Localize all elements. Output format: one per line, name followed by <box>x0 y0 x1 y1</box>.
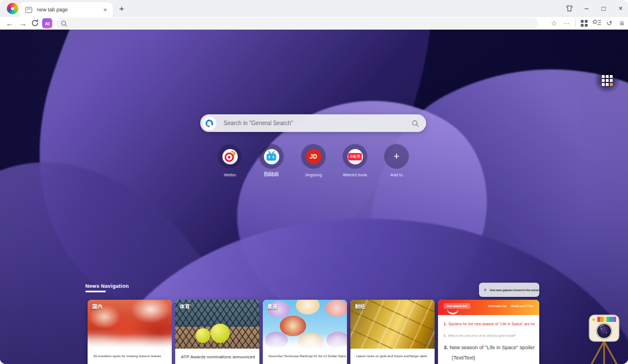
hot-list-header: Hot search list Information list Media a… <box>438 300 539 315</box>
camera-widget-icon[interactable] <box>581 314 628 364</box>
tab-close-icon[interactable]: × <box>104 6 107 13</box>
hot-list-card[interactable]: Hot search list Information list Media a… <box>438 300 539 364</box>
decor <box>88 334 172 349</box>
quicklink-littlered-book[interactable]: 小红书 littlered book <box>342 144 367 169</box>
rank-number: 1. <box>444 322 447 326</box>
tab-bar: new tab page × + – □ × <box>0 0 628 17</box>
news-card-tag: 体育 <box>180 303 190 311</box>
news-card-caption: ATP Awards nominations announced <box>175 349 259 359</box>
tab-media-tv-list[interactable]: Media and TV list <box>511 304 533 308</box>
close-button[interactable]: × <box>617 5 625 13</box>
hot-item-extra: (Text/Text) <box>452 355 476 361</box>
quicklink-jingdong[interactable]: JD Jingdong <box>301 144 326 169</box>
minimize-button[interactable]: – <box>582 5 590 13</box>
new-tab-page: Weibo Bilibili JD Jingdong 小红书 littlered… <box>0 30 628 364</box>
decor <box>196 328 210 343</box>
rank-number: 3. <box>444 345 448 350</box>
quicklink-add[interactable]: + Add to <box>384 144 409 169</box>
decor <box>263 334 347 349</box>
news-card-finance[interactable]: 财经 Latest news on gold and future exchan… <box>350 300 435 364</box>
news-card-caption: 20 excellent spots for viewing autumn le… <box>88 349 172 358</box>
hot-list-item[interactable]: 2.What is the cost price of an Olympic g… <box>444 334 535 337</box>
rank-number: 2. <box>444 334 447 337</box>
weibo-icon <box>222 149 238 164</box>
ai-assistant-button[interactable]: AI <box>42 18 52 28</box>
reload-button[interactable] <box>31 19 39 30</box>
new-tab-button[interactable]: + <box>117 3 127 14</box>
page-search-bar[interactable] <box>200 114 426 132</box>
favorites-list-icon[interactable] <box>590 19 603 28</box>
decor <box>210 324 230 343</box>
undo-icon[interactable]: ↺ <box>603 19 615 27</box>
tab-new-tab[interactable]: new tab page × <box>19 2 113 17</box>
news-navigation-underline <box>85 291 106 292</box>
suggestion-text: How were galaxies formed in the universe… <box>490 288 539 292</box>
browser-window: new tab page × + – □ × ← → AI ☆ ··· <box>0 0 628 364</box>
news-card-horoscope[interactable]: 星座 December Horoscope Rankings for the 1… <box>263 300 347 364</box>
hot-item-text: New season of "Life in Space" spoilers a… <box>450 345 535 350</box>
apps-grid-icon <box>602 75 613 86</box>
search-icon <box>60 20 68 27</box>
quicklink-label: Add to <box>368 172 425 177</box>
toolbar-right: ☆ ··· ↺ ≡ <box>548 17 628 30</box>
xhs-logo-text: 小红书 <box>348 153 362 160</box>
quicklink-bilibili[interactable]: Bilibili <box>259 144 284 169</box>
quicklink-weibo[interactable]: Weibo <box>217 144 242 169</box>
news-card-domestic[interactable]: 国内 20 excellent spots for viewing autumn… <box>88 300 172 364</box>
back-button[interactable]: ← <box>5 17 15 30</box>
hot-list-item[interactable]: 3.New season of "Life in Space" spoilers… <box>444 345 535 350</box>
search-input[interactable] <box>216 119 411 127</box>
ai-suggestion-tooltip[interactable]: ✦ How were galaxies formed in the univer… <box>479 283 539 297</box>
bilibili-icon <box>264 149 279 164</box>
window-controls: – □ × <box>565 0 625 17</box>
hot-item-text: What is the cost price of an Olympic gol… <box>448 334 516 337</box>
smile-icon <box>447 307 458 315</box>
maximize-button[interactable]: □ <box>600 5 608 13</box>
toolbar-divider <box>575 19 576 27</box>
theme-icon[interactable] <box>565 5 573 13</box>
page-favicon-icon <box>25 7 32 13</box>
tab-title: new tab page <box>37 7 104 13</box>
jd-icon: JD <box>306 149 321 164</box>
news-card-tag: 国内 <box>92 303 102 311</box>
littlered-book-icon: 小红书 <box>348 149 363 164</box>
news-card-image: 国内 <box>88 300 172 349</box>
toolbar: ← → AI ☆ ··· ↺ ≡ <box>0 17 628 30</box>
news-card-caption: December Horoscope Rankings for the 12 Z… <box>263 349 347 358</box>
news-card-sports[interactable]: 体育 ATP Awards nominations announced <box>175 300 259 364</box>
address-input[interactable] <box>68 20 538 27</box>
address-bar[interactable] <box>56 18 538 29</box>
decor <box>325 300 347 317</box>
menu-icon[interactable]: ≡ <box>615 19 628 28</box>
news-card-image: 财经 <box>350 300 435 349</box>
hot-list-body: 1.Spoilers for the new season of "Life i… <box>438 315 539 364</box>
news-navigation-label: News Navigation <box>85 283 129 289</box>
bookmark-star-icon[interactable]: ☆ <box>548 19 560 27</box>
decor <box>296 300 320 315</box>
browser-logo-icon[interactable] <box>7 3 18 14</box>
forward-button[interactable]: → <box>18 17 28 30</box>
hot-list-item[interactable]: 1.Spoilers for the new season of "Life i… <box>444 322 535 326</box>
extensions-grid-icon[interactable] <box>581 20 588 27</box>
news-card-image: 体育 <box>175 300 259 349</box>
sparkle-icon: ✦ <box>483 287 487 293</box>
news-card-caption: Latest news on gold and future exchange … <box>350 349 435 358</box>
plus-icon: + <box>394 151 400 163</box>
news-card-tag: 财经 <box>355 303 365 311</box>
search-engine-logo-icon <box>203 117 216 130</box>
hot-item-text: Spoilers for the new season of "Life in … <box>448 322 535 326</box>
news-card-tag: 星座 <box>267 303 278 311</box>
search-icon[interactable] <box>411 119 419 127</box>
tab-information-list[interactable]: Information list <box>488 304 507 308</box>
more-options-icon[interactable]: ··· <box>560 19 573 27</box>
news-card-image: 星座 <box>263 300 347 349</box>
apps-grid-button[interactable] <box>594 67 620 93</box>
